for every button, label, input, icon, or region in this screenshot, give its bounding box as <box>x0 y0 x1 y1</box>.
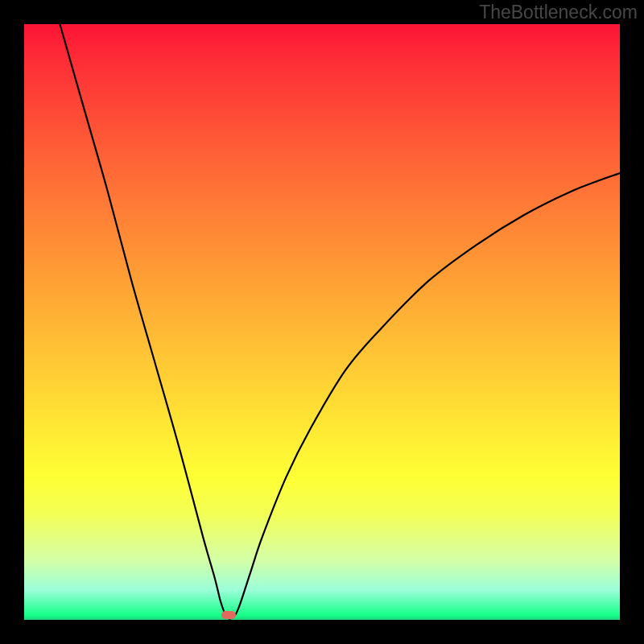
min-marker <box>221 611 236 619</box>
curve-path <box>60 24 620 619</box>
bottleneck-curve <box>24 24 620 620</box>
watermark-text: TheBottleneck.com <box>479 2 638 23</box>
plot-area <box>24 24 620 620</box>
chart-frame: TheBottleneck.com <box>0 0 644 644</box>
